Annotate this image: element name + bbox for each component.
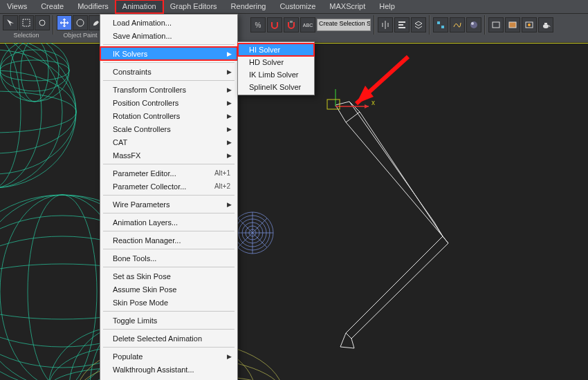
submenu-arrow-icon: ▶ — [227, 353, 232, 360]
menu-divider — [103, 44, 235, 45]
menu-item-skin-pose-mode[interactable]: Skin Pose Mode — [100, 296, 237, 309]
submenu-item-hi-solver[interactable]: HI Solver — [238, 44, 314, 56]
layers-icon[interactable] — [411, 17, 426, 32]
menu-item-label: Wire Parameters — [113, 200, 230, 209]
toolbar-label-selection: Selection — [13, 32, 39, 39]
menu-item-ik-solvers[interactable]: IK Solvers▶ — [100, 47, 237, 60]
menu-help[interactable]: Help — [372, 0, 402, 13]
toolbar-separator — [484, 15, 486, 35]
svg-point-1 — [39, 20, 45, 26]
schematic-view-icon[interactable] — [433, 17, 448, 32]
menu-item-bone-tools[interactable]: Bone Tools... — [100, 251, 237, 265]
menu-item-rotation-controllers[interactable]: Rotation Controllers▶ — [100, 109, 237, 122]
svg-rect-3 — [290, 21, 293, 23]
magnet-icon[interactable] — [267, 17, 282, 32]
menu-item-label: Delete Selected Animation — [113, 334, 230, 343]
menu-item-label: Rotation Controllers — [113, 112, 230, 120]
menu-item-label: Parameter Editor... — [113, 169, 209, 178]
menu-maxscript[interactable]: MAXScript — [322, 0, 372, 13]
menu-item-label: IK Solvers — [113, 50, 230, 58]
menu-item-animation-layers[interactable]: Animation Layers... — [100, 216, 237, 229]
render-setup-icon[interactable] — [488, 17, 504, 32]
menu-item-label: Toggle Limits — [113, 316, 230, 325]
material-editor-icon[interactable] — [466, 17, 481, 32]
menu-item-set-as-skin-pose[interactable]: Set as Skin Pose — [100, 269, 237, 283]
selection-set-combo[interactable]: Create Selection Se — [317, 19, 371, 31]
percent-icon[interactable]: % — [250, 17, 266, 32]
main-toolbar: Selection Object Paint % ABC Create Sele… — [0, 14, 588, 43]
align-icon[interactable] — [394, 17, 410, 32]
select-paint-button[interactable] — [35, 15, 50, 30]
submenu-item-ik-limb-solver[interactable]: IK Limb Solver — [238, 68, 314, 81]
mirror-icon[interactable] — [378, 17, 393, 32]
menu-item-delete-selected-animation[interactable]: Delete Selected Animation — [100, 332, 237, 345]
menu-item-massfx[interactable]: MassFX▶ — [100, 149, 237, 162]
menu-customize[interactable]: Customize — [273, 0, 322, 13]
menu-item-parameter-editor[interactable]: Parameter Editor...Alt+1 — [100, 167, 237, 180]
render-frame-icon[interactable] — [505, 17, 520, 32]
menu-item-reaction-manager[interactable]: Reaction Manager... — [100, 234, 237, 247]
menu-item-populate[interactable]: Populate▶ — [100, 350, 237, 363]
svg-point-15 — [0, 50, 76, 174]
submenu-arrow-icon: ▶ — [227, 68, 232, 75]
curve-editor-icon[interactable] — [450, 17, 465, 32]
menu-item-wire-parameters[interactable]: Wire Parameters▶ — [100, 198, 237, 211]
menu-item-position-controllers[interactable]: Position Controllers▶ — [100, 96, 237, 109]
animation-menu-dropdown: Load Animation...Save Animation...IK Sol… — [100, 14, 238, 380]
menu-item-label: MassFX — [113, 151, 230, 160]
menu-item-label: Populate — [113, 352, 230, 361]
menu-item-save-animation[interactable]: Save Animation... — [100, 29, 237, 42]
select-arrow-button[interactable] — [3, 15, 18, 30]
submenu-arrow-icon: ▶ — [227, 152, 232, 159]
svg-rect-4 — [437, 21, 440, 24]
menubar: ViewsCreateModifiersAnimationGraph Edito… — [0, 0, 588, 14]
svg-rect-8 — [493, 22, 499, 28]
submenu-item-splineik-solver[interactable]: SplineIK Solver — [238, 81, 314, 93]
toolbar-separator — [429, 15, 430, 35]
submenu-item-hd-solver[interactable]: HD Solver — [238, 56, 314, 68]
menu-item-label: Set as Skin Pose — [113, 272, 230, 281]
svg-point-11 — [528, 23, 531, 26]
menu-divider — [103, 249, 235, 249]
menu-item-autodesk-animation-store[interactable]: Autodesk Animation Store... — [100, 376, 237, 380]
select-rect-button[interactable] — [19, 15, 34, 30]
menu-item-load-animation[interactable]: Load Animation... — [100, 16, 237, 29]
menu-item-label: Constraints — [113, 68, 230, 76]
menu-divider — [103, 329, 235, 330]
menu-graph-editors[interactable]: Graph Editors — [163, 0, 224, 13]
toolbar-label-objectpaint: Object Paint — [63, 32, 97, 39]
menu-item-shortcut: Alt+1 — [214, 169, 230, 177]
menu-divider — [103, 267, 235, 267]
render-last-icon[interactable] — [522, 17, 537, 32]
menu-item-constraints[interactable]: Constraints▶ — [100, 65, 237, 78]
menu-item-shortcut: Alt+2 — [214, 182, 230, 190]
teapot-icon[interactable] — [538, 17, 553, 32]
submenu-arrow-icon: ▶ — [227, 139, 232, 146]
menu-rendering[interactable]: Rendering — [224, 0, 273, 13]
menu-views[interactable]: Views — [0, 0, 34, 13]
menu-item-cat[interactable]: CAT▶ — [100, 135, 237, 149]
magnet-lock-icon[interactable] — [284, 17, 299, 32]
menu-create[interactable]: Create — [34, 0, 71, 13]
svg-rect-5 — [441, 26, 444, 28]
app-window: { "menubar": { "items": ["Views", "Creat… — [0, 0, 588, 380]
menu-animation[interactable]: Animation — [116, 0, 163, 13]
submenu-arrow-icon: ▶ — [227, 99, 232, 106]
move-gizmo-button[interactable] — [57, 15, 72, 30]
menu-divider — [103, 80, 235, 81]
abc-icon[interactable]: ABC — [300, 17, 315, 32]
toolbar-separator — [53, 15, 54, 35]
menu-modifiers[interactable]: Modifiers — [71, 0, 116, 13]
menu-item-scale-controllers[interactable]: Scale Controllers▶ — [100, 122, 237, 135]
menu-divider — [103, 311, 235, 312]
submenu-arrow-icon: ▶ — [227, 86, 232, 93]
menu-item-toggle-limits[interactable]: Toggle Limits — [100, 314, 237, 327]
menu-item-label: Position Controllers — [113, 99, 230, 107]
menu-item-walkthrough-assistant[interactable]: Walkthrough Assistant... — [100, 363, 237, 376]
menu-item-label: Bone Tools... — [113, 254, 230, 263]
menu-item-parameter-collector[interactable]: Parameter Collector...Alt+2 — [100, 180, 237, 193]
submenu-arrow-icon: ▶ — [227, 113, 232, 120]
menu-item-assume-skin-pose[interactable]: Assume Skin Pose — [100, 283, 237, 296]
rotate-gizmo-button[interactable] — [73, 15, 88, 30]
menu-item-transform-controllers[interactable]: Transform Controllers▶ — [100, 83, 237, 96]
